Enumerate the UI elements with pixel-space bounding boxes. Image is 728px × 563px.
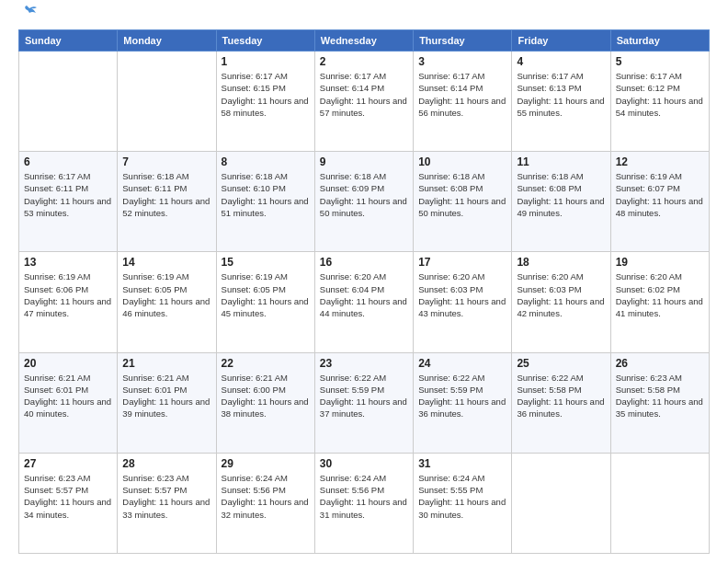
calendar-cell: 19Sunrise: 6:20 AM Sunset: 6:02 PM Dayli… <box>610 252 709 352</box>
day-number: 7 <box>122 155 210 168</box>
day-info: Sunrise: 6:17 AM Sunset: 6:15 PM Dayligh… <box>222 70 310 119</box>
day-info: Sunrise: 6:18 AM Sunset: 6:09 PM Dayligh… <box>320 170 408 219</box>
calendar-cell: 11Sunrise: 6:18 AM Sunset: 6:08 PM Dayli… <box>512 152 610 252</box>
day-number: 9 <box>320 155 408 168</box>
calendar-cell <box>512 453 610 553</box>
calendar-cell: 27Sunrise: 6:23 AM Sunset: 5:57 PM Dayli… <box>19 453 118 553</box>
calendar-cell: 31Sunrise: 6:24 AM Sunset: 5:55 PM Dayli… <box>414 453 512 553</box>
calendar-cell: 10Sunrise: 6:18 AM Sunset: 6:08 PM Dayli… <box>414 152 512 252</box>
calendar-day-header: Tuesday <box>216 30 314 52</box>
day-info: Sunrise: 6:18 AM Sunset: 6:08 PM Dayligh… <box>418 170 506 219</box>
day-info: Sunrise: 6:20 AM Sunset: 6:03 PM Dayligh… <box>517 270 605 319</box>
day-info: Sunrise: 6:20 AM Sunset: 6:03 PM Dayligh… <box>418 270 506 319</box>
calendar-cell: 12Sunrise: 6:19 AM Sunset: 6:07 PM Dayli… <box>610 152 709 252</box>
day-info: Sunrise: 6:21 AM Sunset: 6:00 PM Dayligh… <box>222 372 310 420</box>
calendar-cell: 22Sunrise: 6:21 AM Sunset: 6:00 PM Dayli… <box>216 352 314 453</box>
calendar-cell <box>118 52 216 152</box>
day-info: Sunrise: 6:21 AM Sunset: 6:01 PM Dayligh… <box>122 372 210 420</box>
day-info: Sunrise: 6:20 AM Sunset: 6:02 PM Dayligh… <box>616 270 704 319</box>
day-info: Sunrise: 6:24 AM Sunset: 5:56 PM Dayligh… <box>222 472 310 521</box>
day-info: Sunrise: 6:19 AM Sunset: 6:05 PM Dayligh… <box>122 270 210 319</box>
calendar-cell: 20Sunrise: 6:21 AM Sunset: 6:01 PM Dayli… <box>19 352 118 453</box>
day-number: 19 <box>616 256 704 269</box>
day-info: Sunrise: 6:17 AM Sunset: 6:12 PM Dayligh… <box>616 70 704 119</box>
day-number: 4 <box>517 55 605 68</box>
calendar-day-header: Thursday <box>414 30 512 52</box>
calendar-cell: 17Sunrise: 6:20 AM Sunset: 6:03 PM Dayli… <box>414 252 512 352</box>
day-number: 14 <box>122 256 210 269</box>
day-info: Sunrise: 6:17 AM Sunset: 6:14 PM Dayligh… <box>320 70 408 119</box>
day-number: 24 <box>418 357 506 370</box>
calendar-cell: 16Sunrise: 6:20 AM Sunset: 6:04 PM Dayli… <box>314 252 413 352</box>
calendar-cell: 15Sunrise: 6:19 AM Sunset: 6:05 PM Dayli… <box>216 252 314 352</box>
calendar-header-row: SundayMondayTuesdayWednesdayThursdayFrid… <box>19 30 710 52</box>
calendar-day-header: Monday <box>118 30 216 52</box>
day-number: 25 <box>517 357 605 370</box>
day-info: Sunrise: 6:17 AM Sunset: 6:14 PM Dayligh… <box>418 70 506 119</box>
day-info: Sunrise: 6:23 AM Sunset: 5:57 PM Dayligh… <box>24 472 112 521</box>
day-number: 29 <box>222 457 310 470</box>
calendar-cell: 28Sunrise: 6:23 AM Sunset: 5:57 PM Dayli… <box>118 453 216 553</box>
day-info: Sunrise: 6:20 AM Sunset: 6:04 PM Dayligh… <box>320 270 408 319</box>
calendar-cell: 8Sunrise: 6:18 AM Sunset: 6:10 PM Daylig… <box>216 152 314 252</box>
calendar-cell: 21Sunrise: 6:21 AM Sunset: 6:01 PM Dayli… <box>118 352 216 453</box>
day-number: 17 <box>418 256 506 269</box>
day-number: 20 <box>24 357 112 370</box>
calendar-week-row: 13Sunrise: 6:19 AM Sunset: 6:06 PM Dayli… <box>19 252 710 352</box>
calendar-cell: 23Sunrise: 6:22 AM Sunset: 5:59 PM Dayli… <box>314 352 413 453</box>
calendar-week-row: 20Sunrise: 6:21 AM Sunset: 6:01 PM Dayli… <box>19 352 710 453</box>
day-number: 2 <box>320 55 408 68</box>
page: SundayMondayTuesdayWednesdayThursdayFrid… <box>0 0 728 563</box>
day-number: 23 <box>320 357 408 370</box>
calendar-cell: 4Sunrise: 6:17 AM Sunset: 6:13 PM Daylig… <box>512 52 610 152</box>
calendar-cell: 1Sunrise: 6:17 AM Sunset: 6:15 PM Daylig… <box>216 52 314 152</box>
calendar-cell: 5Sunrise: 6:17 AM Sunset: 6:12 PM Daylig… <box>610 52 709 152</box>
calendar-cell: 24Sunrise: 6:22 AM Sunset: 5:59 PM Dayli… <box>414 352 512 453</box>
day-info: Sunrise: 6:17 AM Sunset: 6:13 PM Dayligh… <box>517 70 605 119</box>
calendar-cell: 14Sunrise: 6:19 AM Sunset: 6:05 PM Dayli… <box>118 252 216 352</box>
calendar-cell: 18Sunrise: 6:20 AM Sunset: 6:03 PM Dayli… <box>512 252 610 352</box>
calendar-cell: 13Sunrise: 6:19 AM Sunset: 6:06 PM Dayli… <box>19 252 118 352</box>
day-number: 13 <box>24 256 112 269</box>
day-number: 8 <box>222 155 310 168</box>
logo <box>18 15 39 22</box>
calendar-cell <box>19 52 118 152</box>
day-info: Sunrise: 6:19 AM Sunset: 6:05 PM Dayligh… <box>222 270 310 319</box>
day-info: Sunrise: 6:18 AM Sunset: 6:10 PM Dayligh… <box>222 170 310 219</box>
day-number: 28 <box>122 457 210 470</box>
day-number: 6 <box>24 155 112 168</box>
day-info: Sunrise: 6:19 AM Sunset: 6:07 PM Dayligh… <box>616 170 704 219</box>
calendar-day-header: Sunday <box>19 30 118 52</box>
calendar-cell: 25Sunrise: 6:22 AM Sunset: 5:58 PM Dayli… <box>512 352 610 453</box>
day-number: 15 <box>222 256 310 269</box>
calendar-cell: 7Sunrise: 6:18 AM Sunset: 6:11 PM Daylig… <box>118 152 216 252</box>
calendar-week-row: 1Sunrise: 6:17 AM Sunset: 6:15 PM Daylig… <box>19 52 710 152</box>
calendar-day-header: Friday <box>512 30 610 52</box>
header <box>18 15 710 22</box>
calendar-week-row: 27Sunrise: 6:23 AM Sunset: 5:57 PM Dayli… <box>19 453 710 553</box>
day-number: 30 <box>320 457 408 470</box>
day-info: Sunrise: 6:17 AM Sunset: 6:11 PM Dayligh… <box>24 170 112 219</box>
calendar-cell: 30Sunrise: 6:24 AM Sunset: 5:56 PM Dayli… <box>314 453 413 553</box>
day-info: Sunrise: 6:18 AM Sunset: 6:11 PM Dayligh… <box>122 170 210 219</box>
calendar-cell: 26Sunrise: 6:23 AM Sunset: 5:58 PM Dayli… <box>610 352 709 453</box>
day-number: 21 <box>122 357 210 370</box>
calendar-cell: 2Sunrise: 6:17 AM Sunset: 6:14 PM Daylig… <box>314 52 413 152</box>
day-info: Sunrise: 6:21 AM Sunset: 6:01 PM Dayligh… <box>24 372 112 420</box>
day-number: 3 <box>418 55 506 68</box>
day-info: Sunrise: 6:19 AM Sunset: 6:06 PM Dayligh… <box>24 270 112 319</box>
day-number: 12 <box>616 155 704 168</box>
calendar-cell: 29Sunrise: 6:24 AM Sunset: 5:56 PM Dayli… <box>216 453 314 553</box>
day-number: 16 <box>320 256 408 269</box>
day-info: Sunrise: 6:22 AM Sunset: 5:59 PM Dayligh… <box>418 372 506 420</box>
day-info: Sunrise: 6:24 AM Sunset: 5:55 PM Dayligh… <box>418 472 506 521</box>
calendar-cell: 3Sunrise: 6:17 AM Sunset: 6:14 PM Daylig… <box>414 52 512 152</box>
day-number: 22 <box>222 357 310 370</box>
calendar-cell: 9Sunrise: 6:18 AM Sunset: 6:09 PM Daylig… <box>314 152 413 252</box>
calendar-cell <box>610 453 709 553</box>
day-number: 18 <box>517 256 605 269</box>
day-info: Sunrise: 6:23 AM Sunset: 5:57 PM Dayligh… <box>122 472 210 521</box>
calendar-day-header: Saturday <box>610 30 709 52</box>
day-number: 31 <box>418 457 506 470</box>
calendar-day-header: Wednesday <box>314 30 413 52</box>
